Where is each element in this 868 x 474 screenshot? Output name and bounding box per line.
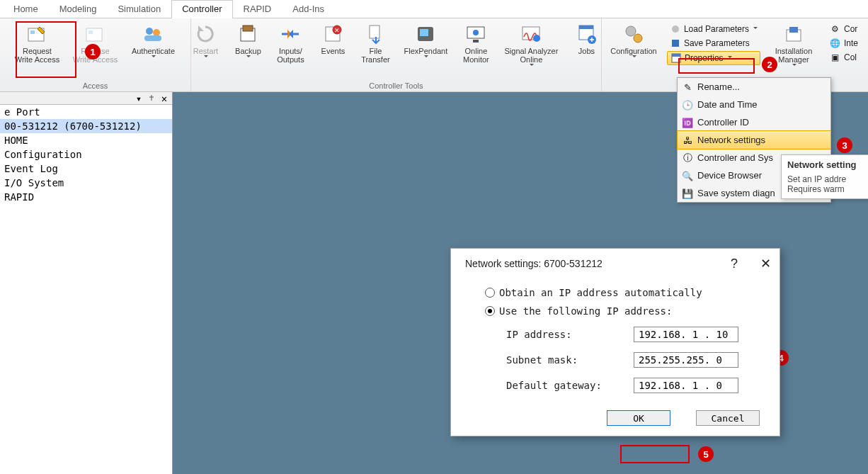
- default-gateway-input[interactable]: [634, 378, 738, 393]
- svg-rect-6: [144, 35, 161, 41]
- cancel-button[interactable]: Cancel: [696, 410, 760, 426]
- authenticate-label: Authenticate: [132, 47, 175, 55]
- restart-button[interactable]: Restart: [185, 21, 225, 60]
- menu-controller-id[interactable]: 🆔 Controller ID: [678, 113, 830, 131]
- svg-text:✕: ✕: [334, 27, 340, 34]
- radio-manual-ip[interactable]: Use the following IP address:: [485, 305, 765, 317]
- svg-rect-14: [420, 29, 428, 36]
- properties-button[interactable]: Properties: [667, 51, 760, 65]
- svg-point-23: [626, 26, 636, 36]
- jobs-label: Jobs: [578, 47, 595, 55]
- menu-network-settings[interactable]: 🖧 Network settings: [677, 130, 831, 149]
- restart-label: Restart: [193, 47, 218, 55]
- signal-analyzer-label: Signal Analyzer Online: [505, 47, 559, 64]
- save-diag-icon: 💾: [682, 188, 693, 199]
- default-gateway-label: Default gateway:: [506, 380, 634, 391]
- request-write-access-label: Request Write Access: [15, 47, 59, 64]
- restart-icon: [194, 23, 217, 45]
- jobs-button[interactable]: Jobs: [566, 21, 606, 55]
- signal-analyzer-button[interactable]: Signal Analyzer Online: [498, 21, 564, 68]
- tooltip-line1: Set an IP addre: [787, 174, 864, 184]
- tree-configuration[interactable]: Configuration: [0, 147, 172, 162]
- svg-point-25: [672, 26, 679, 33]
- svg-rect-30: [789, 27, 798, 33]
- tree-home[interactable]: HOME: [0, 133, 172, 147]
- events-button[interactable]: ✕ Events: [313, 21, 353, 55]
- tab-simulation[interactable]: Simulation: [107, 0, 171, 18]
- cor-button[interactable]: ⚙Cor: [827, 23, 861, 35]
- svg-rect-26: [672, 40, 679, 47]
- network-settings-dialog: Network settings: 6700-531212 ? ✕ Obtain…: [450, 248, 780, 436]
- load-parameters-button[interactable]: Load Parameters: [667, 23, 760, 35]
- tab-modeling[interactable]: Modeling: [49, 0, 108, 18]
- release-write-access-button[interactable]: Release Write Access: [67, 21, 122, 64]
- install-mgr-icon: [782, 23, 805, 45]
- flexpendant-button[interactable]: FlexPendant: [398, 21, 453, 60]
- configuration-button[interactable]: Configuration: [606, 21, 661, 60]
- id-icon: 🆔: [682, 117, 693, 128]
- radio-unchecked-icon: [485, 288, 495, 298]
- tab-rapid[interactable]: RAPID: [233, 0, 282, 18]
- menu-date-time[interactable]: 🕒 Date and Time: [678, 96, 830, 113]
- tree-io-system[interactable]: I/O System: [0, 176, 172, 190]
- authenticate-button[interactable]: Authenticate: [125, 21, 181, 60]
- dialog-help-button[interactable]: ?: [731, 256, 738, 271]
- events-label: Events: [321, 47, 346, 55]
- tree-controller-node[interactable]: 00-531212 (6700-531212): [0, 119, 172, 133]
- ip-address-input[interactable]: [634, 327, 738, 342]
- save-params-label: Save Parameters: [684, 38, 750, 48]
- svg-rect-1: [30, 30, 35, 34]
- dropdown-icon[interactable]: ▾: [134, 94, 144, 103]
- side-panel: ▾ ✕ e Port 00-531212 (6700-531212) HOME …: [0, 92, 173, 474]
- save-icon: [670, 38, 681, 49]
- load-params-label: Load Parameters: [684, 24, 749, 34]
- svg-rect-16: [473, 40, 479, 43]
- subnet-mask-input[interactable]: [634, 352, 738, 368]
- close-icon[interactable]: ✕: [159, 94, 169, 103]
- tab-addins[interactable]: Add-Ins: [282, 0, 335, 18]
- inte-button[interactable]: 🌐Inte: [827, 37, 861, 50]
- release-write-access-label: Release Write Access: [73, 47, 118, 64]
- load-params-icon: [670, 23, 681, 35]
- events-icon: ✕: [321, 23, 344, 45]
- world-icon: 🌐: [830, 38, 841, 49]
- online-monitor-button[interactable]: Online Monitor: [456, 21, 496, 64]
- device-icon: 🔍: [682, 170, 693, 181]
- file-transfer-icon: [364, 23, 387, 45]
- ribbon-tabs: Home Modeling Simulation Controller RAPI…: [0, 0, 868, 18]
- col-button[interactable]: ▣Col: [827, 51, 861, 64]
- tab-home[interactable]: Home: [3, 0, 49, 18]
- svg-rect-12: [370, 26, 379, 38]
- properties-label: Properties: [685, 53, 724, 63]
- tooltip-line2: Requires warm: [787, 184, 864, 194]
- controller-write-icon: [25, 23, 48, 45]
- tree-rapid[interactable]: RAPID: [0, 190, 172, 204]
- ok-button[interactable]: OK: [607, 410, 670, 426]
- svg-rect-28: [672, 54, 680, 57]
- dialog-close-button[interactable]: ✕: [760, 256, 771, 271]
- menu-rename[interactable]: ✎ Rename...: [678, 78, 830, 96]
- tree-event-log[interactable]: Event Log: [0, 162, 172, 176]
- online-monitor-label: Online Monitor: [463, 47, 489, 64]
- save-parameters-button[interactable]: Save Parameters: [667, 37, 760, 50]
- dialog-title: Network settings: 6700-531212: [465, 258, 603, 269]
- radio-auto-ip[interactable]: Obtain an IP address automatically: [485, 287, 765, 298]
- gear-icon: ⚙: [830, 23, 841, 35]
- svg-rect-3: [88, 30, 93, 34]
- controller-release-icon: [84, 23, 106, 45]
- tab-controller[interactable]: Controller: [171, 0, 232, 18]
- rename-icon: ✎: [682, 81, 693, 93]
- io-button[interactable]: Inputs/ Outputs: [270, 21, 310, 64]
- installation-manager-button[interactable]: Installation Manager: [766, 21, 821, 68]
- svg-rect-8: [243, 26, 253, 31]
- network-icon: 🖧: [682, 135, 693, 146]
- backup-icon: [236, 23, 259, 45]
- ip-address-label: IP address:: [506, 329, 634, 340]
- layers-icon: ▣: [830, 52, 841, 63]
- pin-icon[interactable]: [147, 94, 156, 103]
- file-transfer-button[interactable]: File Transfer: [355, 21, 395, 64]
- tree-port[interactable]: e Port: [0, 105, 172, 119]
- subnet-mask-label: Subnet mask:: [506, 354, 634, 366]
- backup-button[interactable]: Backup: [228, 21, 268, 60]
- request-write-access-button[interactable]: Request Write Access: [9, 21, 64, 64]
